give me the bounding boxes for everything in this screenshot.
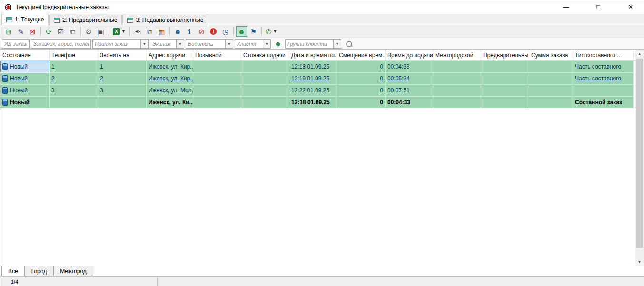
cell-state[interactable]: Новый [0,61,50,73]
cell-value[interactable]: 2 [51,75,55,82]
chevron-down-icon[interactable]: ▼ [225,40,233,48]
dropdown-arrow-icon[interactable]: ▼ [121,29,126,34]
maximize-button[interactable]: □ [591,0,605,14]
scrollbar-thumb[interactable] [636,59,643,248]
cell-pickup-datetime[interactable]: 12:18 01.09.25 [289,61,337,73]
copy-order-button[interactable]: ⧉ [67,26,78,37]
confirm-order-button[interactable]: ☑ [55,26,66,37]
cell-value[interactable]: Часть составного [575,63,621,70]
cell-state[interactable]: Новый [0,85,50,97]
cell-pickup-address[interactable]: Ижевск, ул. Ки... [147,97,193,108]
bottom-tab-intercity[interactable]: Межгород [53,266,93,276]
cell-value[interactable]: 1 [100,63,103,70]
minimize-button[interactable]: — [559,0,573,14]
cell-value[interactable]: 0 [380,87,383,94]
took-order-combo[interactable]: ▼ [92,39,149,49]
client-combo[interactable]: ▼ [235,39,271,49]
cell-value[interactable]: 00:07:51 [387,87,410,94]
cell-time-to-pickup[interactable]: 00:07:51 [386,85,433,97]
driver-input[interactable] [186,40,225,48]
chevron-down-icon[interactable]: ▼ [263,40,270,48]
map-button[interactable]: ⚑ [248,26,259,37]
crew-input[interactable] [150,40,176,48]
edit-order-button[interactable]: ✎ [15,26,26,37]
cell-time-offset[interactable]: 0 [337,97,386,108]
cell-value[interactable]: 3 [100,87,103,94]
chevron-down-icon[interactable]: ▼ [333,40,341,48]
cell-value[interactable]: Новый [10,75,28,82]
column-header-pickup-datetime[interactable]: Дата и время по... [289,50,337,60]
chevron-down-icon[interactable]: ▼ [176,40,184,48]
refresh-button[interactable]: ⟳ [43,26,54,37]
cell-time-offset[interactable]: 0 [337,73,386,85]
order-info-button[interactable]: ℹ [184,26,195,37]
cell-time-offset[interactable]: 0 [337,85,386,97]
cell-pickup-address[interactable]: Ижевск, ул. Мол... [147,85,193,97]
bottom-tab-all[interactable]: Все [1,266,25,276]
vertical-scrollbar[interactable]: ▲ ▼ [635,50,644,266]
crews-view-button[interactable]: ☻ [236,26,247,37]
cell-time-to-pickup[interactable]: 00:04:33 [386,61,433,73]
cell-time-offset[interactable]: 0 [337,61,386,73]
driver-combo[interactable]: ▼ [186,39,233,49]
cell-value[interactable]: Новый [10,87,28,94]
cell-composite-type[interactable]: Составной заказ [573,97,634,108]
cell-call-to[interactable]: 3 [98,85,147,97]
close-button[interactable]: ✕ [624,0,638,14]
block-client-button[interactable]: ⊘ [196,26,207,37]
cell-call-to[interactable]: 2 [98,73,147,85]
cell-state[interactable]: Новый [0,97,50,108]
column-header-state[interactable]: Состояние [0,50,50,60]
cell-value[interactable]: 12:19 01.09.25 [291,75,329,82]
cell-composite-type[interactable]: Часть составного [573,61,634,73]
dropdown-arrow-icon[interactable]: ▼ [273,29,277,34]
cell-pickup-datetime[interactable]: 12:22 01.09.25 [289,85,337,97]
duplicate-button[interactable]: ⧉ [144,26,155,37]
alert-button[interactable]: ! [208,26,219,37]
table-row[interactable]: Новый22Ижевск, ул. Кир...12:19 01.09.250… [0,73,634,85]
column-header-time-to-pickup[interactable]: Время до подачи [386,50,433,60]
tools-button[interactable]: ⚙ [83,26,94,37]
tab-preliminary[interactable]: 2: Предварительные [49,15,122,25]
column-header-call-to[interactable]: Звонить на [98,50,147,60]
column-header-pickup-stand[interactable]: Стоянка подачи [241,50,289,60]
table-row[interactable]: НовыйИжевск, ул. Ки...12:18 01.09.25000:… [0,97,634,108]
cell-value[interactable]: Ижевск, ул. Кир... [149,75,193,82]
scroll-down-icon[interactable]: ▼ [635,258,644,266]
tab-recently-completed[interactable]: 3: Недавно выполненные [122,15,208,25]
bottom-tab-city[interactable]: Город [25,266,53,276]
column-header-composite-type[interactable]: Тип составного ... [573,50,634,60]
cell-pickup-datetime[interactable]: 12:18 01.09.25 [289,97,337,108]
table-row[interactable]: Новый11Ижевск, ул. Кир...12:18 01.09.250… [0,61,634,73]
cell-value[interactable]: 1 [51,63,55,70]
client-group-combo[interactable]: ▼ [285,39,341,49]
cell-pickup-address[interactable]: Ижевск, ул. Кир... [147,73,193,85]
order-id-input[interactable] [2,39,30,49]
properties-button[interactable]: ▣ [95,26,106,37]
cell-value[interactable]: Новый [10,63,28,70]
client-group-input[interactable] [286,40,333,48]
delete-order-button[interactable]: ⊠ [27,26,38,37]
column-header-preliminary[interactable]: Предварительный [481,50,529,60]
cell-composite-type[interactable]: Часть составного [573,73,634,85]
cell-phone[interactable]: 2 [50,73,98,85]
client-card-button[interactable]: ☻ [172,26,183,37]
scroll-up-icon[interactable]: ▲ [635,50,644,58]
crew-combo[interactable]: ▼ [150,39,184,49]
cell-value[interactable]: 3 [51,87,55,94]
client-input[interactable] [235,40,263,48]
cell-phone[interactable]: 3 [50,85,98,97]
column-header-order-sum[interactable]: Сумма заказа [529,50,573,60]
column-header-pickup-address[interactable]: Адрес подачи [147,50,193,60]
cell-pickup-datetime[interactable]: 12:19 01.09.25 [289,73,337,85]
add-order-button[interactable]: ⊞ [3,26,14,37]
compose-button[interactable]: ✒ [132,26,143,37]
column-header-intercity[interactable]: Межгородской [433,50,481,60]
column-header-callsign[interactable]: Позывной [193,50,241,60]
cell-value[interactable]: 00:05:34 [387,75,410,82]
timer-button[interactable]: ◷ [220,26,231,37]
cell-value[interactable]: Часть составного [575,75,621,82]
client-lookup-button[interactable]: ☻ [272,39,284,49]
cell-call-to[interactable]: 1 [98,61,147,73]
tab-current[interactable]: 1: Текущие [1,14,49,25]
